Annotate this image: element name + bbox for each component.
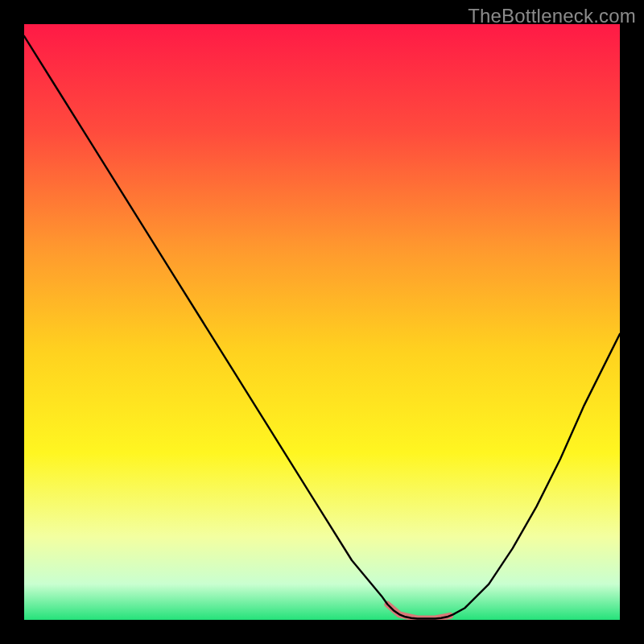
optimal-band-line — [387, 605, 450, 619]
plot-area — [24, 24, 620, 620]
chart-stage: TheBottleneck.com — [0, 0, 644, 644]
curve-layer — [24, 24, 620, 620]
watermark-text: TheBottleneck.com — [468, 5, 636, 27]
bottleneck-curve-line — [24, 36, 620, 619]
